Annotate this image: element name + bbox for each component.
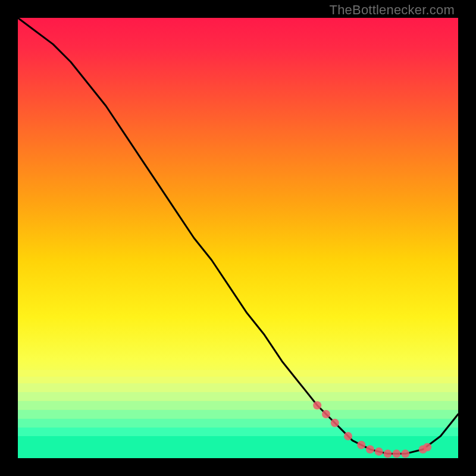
svg-rect-5 (18, 410, 458, 419)
svg-rect-4 (18, 401, 458, 410)
chart-marker (331, 419, 339, 427)
chart-marker (401, 450, 409, 458)
svg-rect-7 (18, 427, 458, 436)
chart-marker (357, 441, 365, 449)
svg-rect-2 (18, 383, 458, 392)
chart-marker (344, 432, 352, 440)
chart-marker (322, 410, 330, 418)
chart-marker (384, 450, 392, 458)
chart-marker (423, 443, 431, 452)
chart-marker (392, 450, 400, 458)
svg-rect-6 (18, 418, 458, 427)
chart-marker (375, 447, 383, 456)
chart-marker (313, 401, 321, 409)
svg-rect-3 (18, 392, 458, 401)
chart-plot-area (18, 18, 458, 458)
svg-rect-0 (18, 370, 458, 377)
svg-rect-1 (18, 377, 458, 383)
chart-marker (366, 445, 374, 453)
chart-bottom-band (18, 370, 458, 458)
svg-rect-8 (18, 436, 458, 458)
chart-svg (18, 18, 458, 458)
watermark-text: TheBottlenecker.com (330, 2, 455, 18)
